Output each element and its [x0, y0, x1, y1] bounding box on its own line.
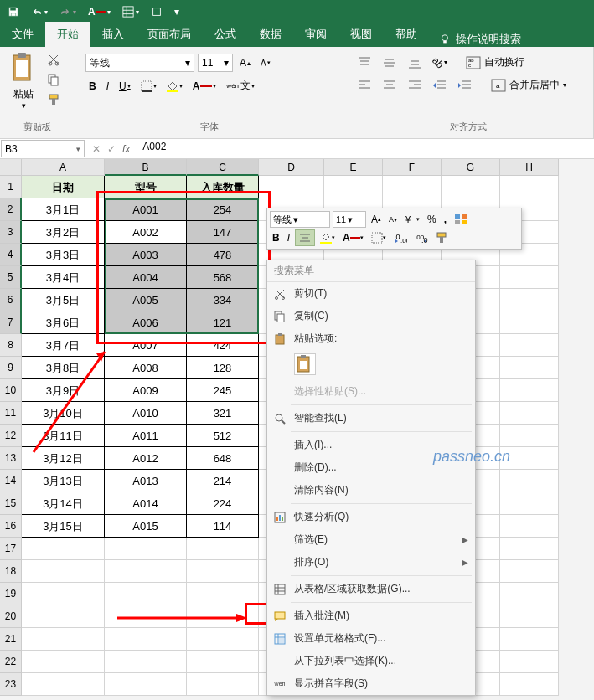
cell-A6[interactable]: 3月5日	[22, 289, 105, 311]
cell-B6[interactable]: A005	[105, 289, 187, 311]
wrap-text-button[interactable]: abc 自动换行	[464, 54, 526, 71]
cell-H7[interactable]	[500, 311, 559, 334]
tab-help[interactable]: 帮助	[384, 22, 429, 47]
mini-format-painter-icon[interactable]	[433, 230, 450, 245]
ctx-dropdown-pick[interactable]: 从下拉列表中选择(K)...	[267, 650, 475, 672]
row-header-11[interactable]: 11	[0, 402, 22, 425]
cell-A13[interactable]: 3月12日	[22, 447, 105, 470]
mini-fill-color-button[interactable]: ▾	[318, 230, 338, 245]
ctx-show-pinyin[interactable]: wén显示拼音字段(S)	[267, 672, 475, 695]
row-header-16[interactable]: 16	[0, 515, 22, 538]
cell-H9[interactable]	[500, 357, 559, 379]
italic-button[interactable]: I	[103, 79, 112, 94]
cell-B19[interactable]	[105, 583, 187, 605]
cell-C21[interactable]	[187, 628, 259, 651]
cell-C12[interactable]: 512	[187, 425, 259, 447]
cell-H14[interactable]	[500, 470, 559, 492]
ctx-cut[interactable]: 剪切(T)	[267, 282, 475, 305]
cell-H19[interactable]	[500, 583, 559, 605]
bold-button[interactable]: B	[85, 79, 100, 94]
row-header-2[interactable]: 2	[0, 198, 22, 221]
cell-B5[interactable]: A004	[105, 266, 187, 289]
cell-A9[interactable]: 3月8日	[22, 357, 105, 379]
mini-increase-decimal-icon[interactable]: .0.00	[391, 230, 410, 245]
row-header-7[interactable]: 7	[0, 311, 22, 334]
cancel-icon[interactable]: ✕	[92, 143, 101, 155]
cell-H22[interactable]	[500, 651, 559, 673]
cell-C23[interactable]	[187, 673, 259, 696]
cell-A5[interactable]: 3月4日	[22, 266, 105, 289]
cell-A19[interactable]	[22, 583, 105, 605]
increase-indent-icon[interactable]	[454, 77, 476, 94]
table-icon[interactable]: ▾	[120, 4, 142, 19]
ctx-clear[interactable]: 清除内容(N)	[267, 479, 475, 502]
mini-decrease-decimal-icon[interactable]: .00.0	[412, 230, 431, 245]
tab-insert[interactable]: 插入	[90, 22, 136, 47]
cell-A7[interactable]: 3月6日	[22, 311, 105, 334]
cell-B23[interactable]	[105, 673, 187, 696]
name-box[interactable]: B3▾	[1, 140, 85, 157]
cell-C13[interactable]: 648	[187, 447, 259, 470]
ctx-quick-analysis[interactable]: 快速分析(Q)	[267, 506, 475, 528]
row-header-14[interactable]: 14	[0, 470, 22, 492]
paste-option-default[interactable]	[294, 353, 316, 375]
cell-C22[interactable]	[187, 651, 259, 673]
ctx-delete[interactable]: 删除(D)...	[267, 456, 475, 479]
mini-border-button[interactable]: ▾	[369, 230, 389, 245]
cell-A10[interactable]: 3月9日	[22, 379, 105, 402]
cell-A14[interactable]: 3月13日	[22, 470, 105, 492]
cell-C19[interactable]	[187, 583, 259, 605]
cell-B11[interactable]: A010	[105, 402, 187, 425]
cell-H6[interactable]	[500, 289, 559, 311]
mini-font-color-button[interactable]: A▾	[340, 230, 366, 245]
mini-accounting-format-icon[interactable]: ¥▾	[402, 212, 422, 227]
cell-C14[interactable]: 214	[187, 470, 259, 492]
ctx-smart-lookup[interactable]: 智能查找(L)	[267, 407, 475, 430]
cell-B9[interactable]: A008	[105, 357, 187, 379]
row-header-21[interactable]: 21	[0, 628, 22, 651]
copy-icon[interactable]	[45, 72, 62, 87]
cell-C1[interactable]: 入库数量	[187, 176, 259, 198]
cell-D1[interactable]	[259, 176, 324, 198]
row-header-8[interactable]: 8	[0, 334, 22, 357]
cell-C10[interactable]: 245	[187, 379, 259, 402]
col-header-C[interactable]: C	[187, 159, 259, 176]
cell-C20[interactable]	[187, 605, 259, 628]
cell-B13[interactable]: A012	[105, 447, 187, 470]
cell-B10[interactable]: A009	[105, 379, 187, 402]
ctx-insert[interactable]: 插入(I)...	[267, 434, 475, 456]
row-header-20[interactable]: 20	[0, 605, 22, 628]
cell-C9[interactable]: 128	[187, 357, 259, 379]
align-center-icon[interactable]	[379, 77, 400, 94]
cell-B1[interactable]: 型号	[105, 176, 187, 198]
cell-E1[interactable]	[324, 176, 383, 198]
decrease-indent-icon[interactable]	[429, 77, 451, 94]
col-header-D[interactable]: D	[259, 159, 324, 176]
mini-font-select[interactable]: 等线▾	[270, 211, 330, 228]
cell-C5[interactable]: 568	[187, 266, 259, 289]
cell-C7[interactable]: 121	[187, 311, 259, 334]
cell-A22[interactable]	[22, 651, 105, 673]
grow-font-icon[interactable]: A▴	[236, 55, 254, 70]
cell-H8[interactable]	[500, 334, 559, 357]
cell-B17[interactable]	[105, 538, 187, 560]
row-header-4[interactable]: 4	[0, 244, 22, 266]
cell-B8[interactable]: A007	[105, 334, 187, 357]
cell-H1[interactable]	[500, 176, 559, 198]
align-middle-icon[interactable]	[379, 54, 400, 71]
undo-icon[interactable]: ▾	[28, 4, 50, 19]
tab-review[interactable]: 审阅	[293, 22, 338, 47]
fx-button[interactable]: fx	[122, 143, 130, 155]
row-header-23[interactable]: 23	[0, 673, 22, 696]
cell-B12[interactable]: A011	[105, 425, 187, 447]
mini-align-center-button[interactable]	[295, 229, 315, 246]
merge-center-button[interactable]: a 合并后居中▾	[489, 76, 568, 94]
cell-C4[interactable]: 478	[187, 244, 259, 266]
cell-B2[interactable]: A001	[105, 198, 187, 221]
cell-B20[interactable]	[105, 605, 187, 628]
cell-A17[interactable]	[22, 538, 105, 560]
cell-B4[interactable]: A003	[105, 244, 187, 266]
select-all-corner[interactable]	[0, 159, 22, 176]
col-header-H[interactable]: H	[500, 159, 559, 176]
ctx-format-cells[interactable]: 设置单元格格式(F)...	[267, 627, 475, 650]
